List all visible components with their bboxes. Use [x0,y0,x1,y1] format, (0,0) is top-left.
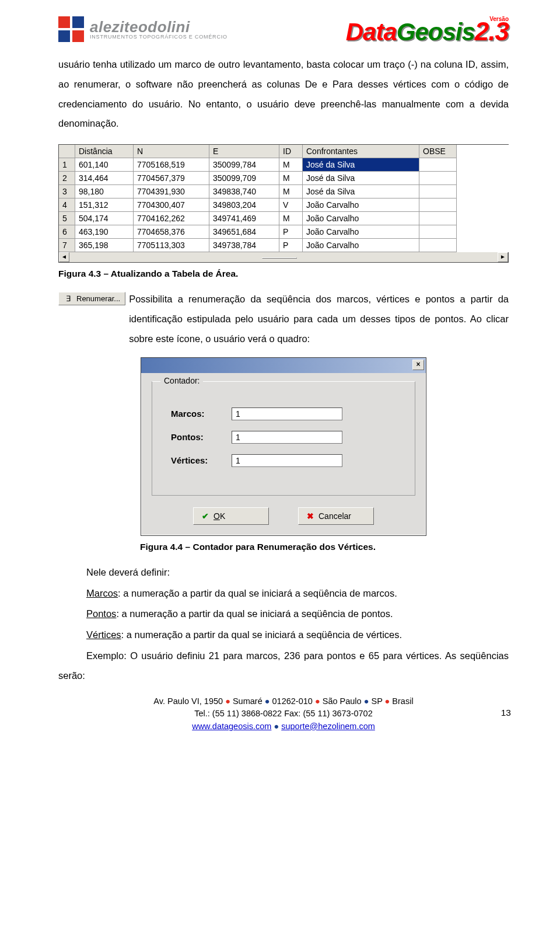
footer-link-site[interactable]: www.datageosis.com [192,722,271,731]
table-cell[interactable]: 365,198 [75,239,134,252]
table-cell[interactable]: M [279,185,303,198]
page-header: aleziteodolini INSTRUMENTOS TOPOGRÁFICOS… [58,16,509,44]
table-cell[interactable]: 151,312 [75,198,134,212]
cancel-icon: ✖ [307,511,314,521]
renumerar-label: Renumerar... [76,294,120,303]
row-header[interactable]: 4 [59,198,75,212]
table-cell[interactable]: 349651,684 [209,225,279,239]
field-label: Marcos: [171,409,232,419]
table-cell[interactable]: João Carvalho [303,239,419,252]
dialog-field-row: Vértices: [171,454,403,467]
field-input[interactable] [232,454,342,467]
table-cell[interactable]: M [279,172,303,185]
table-cell[interactable]: 349803,204 [209,198,279,212]
field-input[interactable] [232,407,342,420]
contador-legend: Contador: [160,376,203,385]
table-cell[interactable]: João Carvalho [303,225,419,239]
table-cell[interactable]: 7705113,303 [134,239,209,252]
page-number: 13 [501,706,511,719]
brand-left: aleziteodolini INSTRUMENTOS TOPOGRÁFICOS… [58,16,228,42]
scroll-right-icon[interactable]: ► [498,252,508,262]
table-cell[interactable]: 7705168,519 [134,158,209,172]
para-exemplo: Exemplo: O usuário definiu 21 para marco… [58,646,509,686]
table-cell[interactable]: 7704391,930 [134,185,209,198]
table-cell[interactable] [419,172,457,185]
row-header[interactable]: 1 [59,158,75,172]
def-vertices: Vértices: a numeração a partir da qual s… [58,625,509,645]
row-header[interactable]: 6 [59,225,75,239]
table-cell[interactable] [419,185,457,198]
table-cell[interactable]: 350099,709 [209,172,279,185]
table-cell[interactable]: 349738,784 [209,239,279,252]
col-header[interactable]: OBSE [419,145,457,158]
ok-button[interactable]: ✔ OK [193,507,269,525]
dialog-field-row: Pontos: [171,431,403,444]
table-cell[interactable]: 504,174 [75,212,134,225]
table-cell[interactable]: 349741,469 [209,212,279,225]
contador-dialog: × Contador: Marcos:Pontos:Vértices: ✔ OK… [141,357,426,536]
renumerar-button[interactable]: ∃ Renumerar... [58,292,125,305]
table-cell[interactable]: José da Silva [303,172,419,185]
brand-right: Versão DataGeosis2.3 [346,16,509,44]
col-header[interactable]: E [209,145,279,158]
row-header[interactable]: 7 [59,239,75,252]
table-cell[interactable] [419,198,457,212]
table-cell[interactable]: José da Silva [303,185,419,198]
table-cell[interactable] [419,239,457,252]
page-footer: Av. Paulo VI, 1950 ● Sumaré ● 01262-010 … [58,695,509,733]
caption-4-4: Figura 4.4 – Contador para Renumeração d… [140,542,509,552]
caption-4-3: Figura 4.3 – Atualizando a Tabela de Áre… [58,269,509,279]
table-cell[interactable]: João Carvalho [303,212,419,225]
row-header[interactable]: 5 [59,212,75,225]
scroll-thumb[interactable] [262,257,297,259]
para-define: Nele deverá definir: [58,563,509,583]
table-cell[interactable]: M [279,158,303,172]
cancel-button[interactable]: ✖ Cancelar [298,507,374,525]
table-cell[interactable]: 7704567,379 [134,172,209,185]
def-marcos: Marcos: a numeração a partir da qual se … [58,584,509,604]
footer-link-mail[interactable]: suporte@hezolinem.com [281,722,375,731]
table-cell[interactable] [419,212,457,225]
table-cell[interactable]: 7704658,376 [134,225,209,239]
field-label: Pontos: [171,432,232,442]
table-cell[interactable] [419,225,457,239]
col-header[interactable] [59,145,75,158]
col-header[interactable]: N [134,145,209,158]
table-cell[interactable]: 7704162,262 [134,212,209,225]
def-pontos: Pontos: a numeração a partir da qual se … [58,604,509,624]
scroll-left-icon[interactable]: ◄ [59,252,69,262]
table-cell[interactable]: 350099,784 [209,158,279,172]
col-header[interactable]: Distância [75,145,134,158]
contador-group: Contador: Marcos:Pontos:Vértices: [152,381,415,496]
table-cell[interactable]: 98,180 [75,185,134,198]
field-input[interactable] [232,431,342,444]
dialog-field-row: Marcos: [171,407,403,420]
table-cell[interactable]: 463,190 [75,225,134,239]
table-cell[interactable] [419,158,457,172]
para-renum: Possibilita a renumeração da seqüência d… [129,290,509,349]
dialog-titlebar: × [141,358,426,373]
h-scrollbar[interactable]: ◄ ► [58,252,509,263]
footer-tel: Tel.: (55 11) 3868-0822 Fax: (55 11) 367… [58,708,509,720]
col-header[interactable]: Confrontantes [303,145,419,158]
table-cell[interactable]: José da Silva [303,158,419,172]
table-cell[interactable]: P [279,225,303,239]
para-intro: usuário tenha utilizado um marco de outr… [58,55,509,134]
list-icon: ∃ [64,294,73,303]
row-header[interactable]: 2 [59,172,75,185]
table-cell[interactable]: P [279,239,303,252]
table-cell[interactable]: 7704300,407 [134,198,209,212]
table-cell[interactable]: V [279,198,303,212]
table-cell[interactable]: M [279,212,303,225]
table-cell[interactable]: 349838,740 [209,185,279,198]
brand-left-name: aleziteodolini [90,19,228,34]
row-header[interactable]: 3 [59,185,75,198]
brand-left-sub: INSTRUMENTOS TOPOGRÁFICOS E COMÉRCIO [90,34,228,40]
brand-left-icon [58,16,84,42]
table-cell[interactable]: 314,464 [75,172,134,185]
table-cell[interactable]: 601,140 [75,158,134,172]
field-label: Vértices: [171,455,232,465]
close-icon[interactable]: × [412,360,424,370]
table-cell[interactable]: João Carvalho [303,198,419,212]
col-header[interactable]: ID [279,145,303,158]
